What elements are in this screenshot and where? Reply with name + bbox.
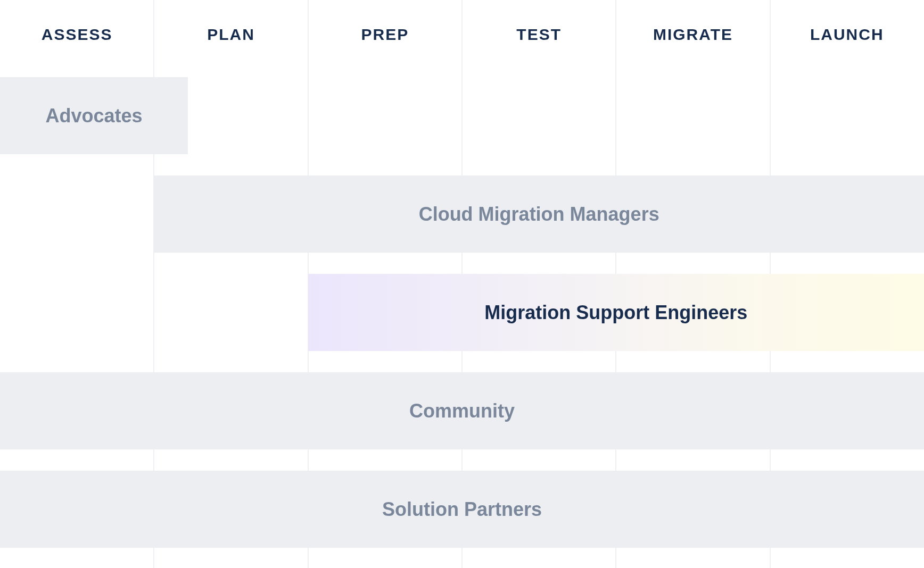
- bar-migration-support-engineers-label: Migration Support Engineers: [484, 302, 747, 324]
- bar-advocates-label: Advocates: [45, 105, 142, 127]
- timeline-canvas: ASSESS PLAN PREP TEST MIGRATE LAUNCH Adv…: [0, 0, 924, 568]
- phase-header: ASSESS PLAN PREP TEST MIGRATE LAUNCH: [0, 0, 924, 69]
- bar-solution-partners-label: Solution Partners: [382, 498, 542, 521]
- phase-plan: PLAN: [154, 0, 308, 69]
- bar-cloud-migration-managers-label: Cloud Migration Managers: [419, 203, 659, 225]
- bar-cloud-migration-managers: Cloud Migration Managers: [154, 176, 924, 253]
- bar-advocates: Advocates: [0, 77, 188, 154]
- phase-test: TEST: [462, 0, 616, 69]
- bar-community: Community: [0, 372, 924, 449]
- phase-launch: LAUNCH: [770, 0, 924, 69]
- phase-assess: ASSESS: [0, 0, 154, 69]
- phase-prep: PREP: [308, 0, 462, 69]
- bar-solution-partners: Solution Partners: [0, 471, 924, 548]
- bar-community-label: Community: [409, 400, 515, 422]
- phase-migrate: MIGRATE: [616, 0, 770, 69]
- bar-migration-support-engineers: Migration Support Engineers: [308, 274, 924, 351]
